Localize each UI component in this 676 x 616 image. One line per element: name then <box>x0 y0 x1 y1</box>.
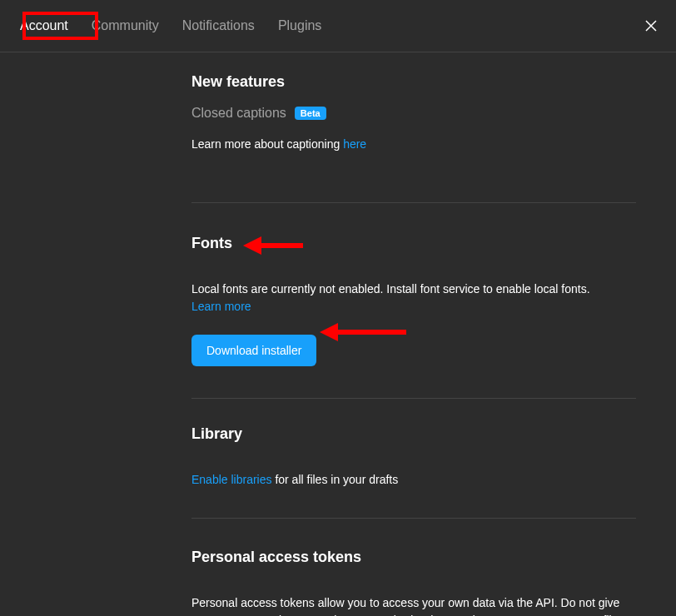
section-title-tokens: Personal access tokens <box>191 549 636 566</box>
captioning-learn-text: Learn more about captioning here <box>191 136 636 154</box>
fonts-description: Local fonts are currently not enabled. I… <box>191 281 636 299</box>
close-icon <box>644 19 658 32</box>
settings-tabs: Account Community Notifications Plugins <box>20 18 638 33</box>
fonts-learn-more-link[interactable]: Learn more <box>191 300 251 313</box>
tab-plugins[interactable]: Plugins <box>278 18 321 33</box>
divider <box>191 518 636 519</box>
tokens-description: Personal access tokens allow you to acce… <box>191 594 636 616</box>
captioning-here-link[interactable]: here <box>343 137 366 151</box>
beta-badge: Beta <box>295 107 326 120</box>
divider <box>191 398 636 399</box>
tab-notifications[interactable]: Notifications <box>182 18 255 33</box>
closed-captions-label: Closed captions <box>191 106 286 121</box>
tab-account[interactable]: Account <box>20 18 68 33</box>
tab-community[interactable]: Community <box>92 18 159 33</box>
close-button[interactable] <box>638 12 664 39</box>
section-title-library: Library <box>191 425 636 443</box>
settings-content: New features Closed captions Beta Learn … <box>0 52 676 616</box>
library-suffix: for all files in your drafts <box>272 473 399 486</box>
section-title-new-features: New features <box>191 73 636 91</box>
library-row: Enable libraries for all files in your d… <box>191 471 636 489</box>
download-installer-button[interactable]: Download installer <box>191 335 316 366</box>
captioning-learn-prefix: Learn more about captioning <box>191 137 343 151</box>
section-title-fonts: Fonts <box>191 235 636 252</box>
enable-libraries-link[interactable]: Enable libraries <box>191 473 272 486</box>
divider <box>191 202 636 203</box>
closed-captions-row: Closed captions Beta <box>191 106 636 121</box>
